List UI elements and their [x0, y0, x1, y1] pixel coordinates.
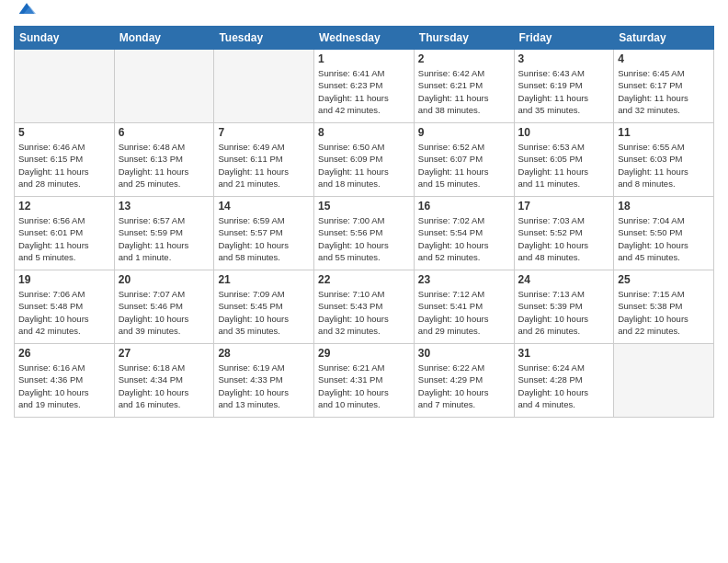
day-number: 29: [318, 347, 410, 360]
weekday-header-sunday: Sunday: [15, 27, 115, 50]
weekday-header-friday: Friday: [514, 27, 614, 50]
day-info: Sunrise: 7:15 AMSunset: 5:38 PMDaylight:…: [618, 288, 710, 337]
day-number: 25: [618, 273, 710, 286]
day-info: Sunrise: 7:03 AMSunset: 5:52 PMDaylight:…: [518, 214, 610, 263]
day-info: Sunrise: 6:55 AMSunset: 6:03 PMDaylight:…: [618, 141, 710, 190]
day-number: 27: [119, 347, 210, 360]
day-info: Sunrise: 6:48 AMSunset: 6:13 PMDaylight:…: [119, 141, 210, 190]
day-cell: 31Sunrise: 6:24 AMSunset: 4:28 PMDayligh…: [514, 344, 614, 418]
day-info: Sunrise: 6:52 AMSunset: 6:07 PMDaylight:…: [418, 141, 510, 190]
day-info: Sunrise: 6:56 AMSunset: 6:01 PMDaylight:…: [18, 214, 110, 263]
day-info: Sunrise: 6:19 AMSunset: 4:33 PMDaylight:…: [218, 362, 310, 410]
calendar: SundayMondayTuesdayWednesdayThursdayFrid…: [14, 26, 714, 418]
day-cell: 26Sunrise: 6:16 AMSunset: 4:36 PMDayligh…: [15, 344, 115, 418]
day-cell: 25Sunrise: 7:15 AMSunset: 5:38 PMDayligh…: [614, 270, 714, 344]
day-info: Sunrise: 6:42 AMSunset: 6:21 PMDaylight:…: [418, 67, 510, 116]
day-cell: [614, 344, 714, 418]
day-cell: 14Sunrise: 6:59 AMSunset: 5:57 PMDayligh…: [214, 197, 314, 270]
day-number: 24: [518, 273, 610, 286]
day-number: 16: [418, 200, 510, 213]
day-cell: 15Sunrise: 7:00 AMSunset: 5:56 PMDayligh…: [314, 197, 415, 270]
day-cell: 4Sunrise: 6:45 AMSunset: 6:17 PMDaylight…: [614, 50, 714, 123]
week-row-3: 19Sunrise: 7:06 AMSunset: 5:48 PMDayligh…: [15, 270, 714, 344]
day-cell: 6Sunrise: 6:48 AMSunset: 6:13 PMDaylight…: [114, 123, 214, 197]
day-number: 31: [518, 347, 610, 360]
day-info: Sunrise: 7:13 AMSunset: 5:39 PMDaylight:…: [518, 288, 610, 337]
weekday-header-tuesday: Tuesday: [214, 27, 314, 50]
day-info: Sunrise: 7:12 AMSunset: 5:41 PMDaylight:…: [418, 288, 510, 337]
day-number: 26: [18, 347, 110, 360]
day-info: Sunrise: 7:02 AMSunset: 5:54 PMDaylight:…: [418, 214, 510, 263]
day-number: 19: [18, 273, 110, 286]
day-cell: 22Sunrise: 7:10 AMSunset: 5:43 PMDayligh…: [314, 270, 415, 344]
day-number: 13: [119, 200, 210, 213]
page: SundayMondayTuesdayWednesdayThursdayFrid…: [0, 0, 728, 563]
day-info: Sunrise: 6:43 AMSunset: 6:19 PMDaylight:…: [518, 67, 610, 116]
day-cell: 20Sunrise: 7:07 AMSunset: 5:46 PMDayligh…: [114, 270, 214, 344]
day-cell: 8Sunrise: 6:50 AMSunset: 6:09 PMDaylight…: [314, 123, 415, 197]
day-info: Sunrise: 7:00 AMSunset: 5:56 PMDaylight:…: [318, 214, 410, 263]
day-cell: 1Sunrise: 6:41 AMSunset: 6:23 PMDaylight…: [314, 50, 415, 123]
day-cell: 10Sunrise: 6:53 AMSunset: 6:05 PMDayligh…: [514, 123, 614, 197]
day-info: Sunrise: 7:09 AMSunset: 5:45 PMDaylight:…: [218, 288, 310, 337]
day-cell: 28Sunrise: 6:19 AMSunset: 4:33 PMDayligh…: [214, 344, 314, 418]
weekday-header-wednesday: Wednesday: [314, 27, 415, 50]
day-cell: 7Sunrise: 6:49 AMSunset: 6:11 PMDaylight…: [214, 123, 314, 197]
week-row-1: 5Sunrise: 6:46 AMSunset: 6:15 PMDaylight…: [15, 123, 714, 197]
day-number: 20: [119, 273, 210, 286]
day-cell: 24Sunrise: 7:13 AMSunset: 5:39 PMDayligh…: [514, 270, 614, 344]
day-number: 22: [318, 273, 410, 286]
day-cell: 5Sunrise: 6:46 AMSunset: 6:15 PMDaylight…: [15, 123, 115, 197]
weekday-header-row: SundayMondayTuesdayWednesdayThursdayFrid…: [15, 27, 714, 50]
day-cell: 17Sunrise: 7:03 AMSunset: 5:52 PMDayligh…: [514, 197, 614, 270]
day-number: 3: [518, 52, 610, 65]
day-number: 9: [418, 126, 510, 139]
day-number: 28: [218, 347, 310, 360]
weekday-header-saturday: Saturday: [614, 27, 714, 50]
day-info: Sunrise: 6:18 AMSunset: 4:34 PMDaylight:…: [119, 362, 210, 410]
day-number: 2: [418, 52, 510, 65]
logo: [14, 9, 36, 18]
day-number: 14: [218, 200, 310, 213]
day-number: 5: [18, 126, 110, 139]
day-cell: [214, 50, 314, 123]
day-info: Sunrise: 6:57 AMSunset: 5:59 PMDaylight:…: [119, 214, 210, 263]
logo-text: [14, 9, 36, 18]
day-info: Sunrise: 6:22 AMSunset: 4:29 PMDaylight:…: [418, 362, 510, 410]
day-info: Sunrise: 6:53 AMSunset: 6:05 PMDaylight:…: [518, 141, 610, 190]
day-info: Sunrise: 6:45 AMSunset: 6:17 PMDaylight:…: [618, 67, 710, 116]
day-cell: 21Sunrise: 7:09 AMSunset: 5:45 PMDayligh…: [214, 270, 314, 344]
day-info: Sunrise: 6:41 AMSunset: 6:23 PMDaylight:…: [318, 67, 410, 116]
day-cell: 27Sunrise: 6:18 AMSunset: 4:34 PMDayligh…: [114, 344, 214, 418]
day-info: Sunrise: 7:04 AMSunset: 5:50 PMDaylight:…: [618, 214, 710, 263]
day-number: 23: [418, 273, 510, 286]
day-number: 18: [618, 200, 710, 213]
day-cell: 2Sunrise: 6:42 AMSunset: 6:21 PMDaylight…: [414, 50, 514, 123]
week-row-4: 26Sunrise: 6:16 AMSunset: 4:36 PMDayligh…: [15, 344, 714, 418]
day-number: 15: [318, 200, 410, 213]
day-info: Sunrise: 6:21 AMSunset: 4:31 PMDaylight:…: [318, 362, 410, 410]
day-number: 8: [318, 126, 410, 139]
day-number: 10: [518, 126, 610, 139]
day-number: 7: [218, 126, 310, 139]
day-info: Sunrise: 6:16 AMSunset: 4:36 PMDaylight:…: [18, 362, 110, 410]
weekday-header-monday: Monday: [114, 27, 214, 50]
day-cell: 18Sunrise: 7:04 AMSunset: 5:50 PMDayligh…: [614, 197, 714, 270]
day-cell: 12Sunrise: 6:56 AMSunset: 6:01 PMDayligh…: [15, 197, 115, 270]
day-number: 1: [318, 52, 410, 65]
week-row-0: 1Sunrise: 6:41 AMSunset: 6:23 PMDaylight…: [15, 50, 714, 123]
day-info: Sunrise: 6:50 AMSunset: 6:09 PMDaylight:…: [318, 141, 410, 190]
day-number: 12: [18, 200, 110, 213]
day-cell: 11Sunrise: 6:55 AMSunset: 6:03 PMDayligh…: [614, 123, 714, 197]
day-info: Sunrise: 6:46 AMSunset: 6:15 PMDaylight:…: [18, 141, 110, 190]
day-number: 6: [119, 126, 210, 139]
day-cell: [15, 50, 115, 123]
day-number: 11: [618, 126, 710, 139]
day-cell: 29Sunrise: 6:21 AMSunset: 4:31 PMDayligh…: [314, 344, 415, 418]
day-info: Sunrise: 6:24 AMSunset: 4:28 PMDaylight:…: [518, 362, 610, 410]
day-info: Sunrise: 6:49 AMSunset: 6:11 PMDaylight:…: [218, 141, 310, 190]
day-number: 4: [618, 52, 710, 65]
header: [14, 9, 714, 18]
day-number: 21: [218, 273, 310, 286]
weekday-header-thursday: Thursday: [414, 27, 514, 50]
